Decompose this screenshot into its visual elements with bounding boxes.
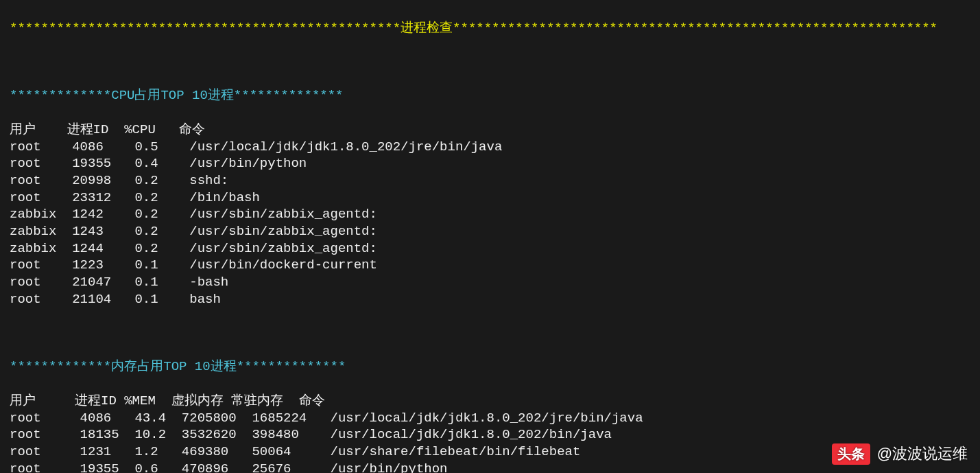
blank-line [10,54,970,71]
watermark: 头条 @波波说运维 [832,443,968,465]
table-row: root 23312 0.2 /bin/bash [10,189,970,207]
table-row: root 20998 0.2 sshd: [10,172,970,189]
table-row: root 21104 0.1 bash [10,291,970,308]
table-row: root 1223 0.1 /usr/bin/dockerd-current [10,257,970,274]
banner-line: ****************************************… [10,20,970,37]
table-row: root 18135 10.2 3532620 398480 /usr/loca… [10,426,970,443]
watermark-author: @波波说运维 [877,444,968,464]
terminal-output: ****************************************… [0,0,980,473]
table-row: zabbix 1242 0.2 /usr/sbin/zabbix_agentd: [10,206,970,223]
table-row: root 4086 0.5 /usr/local/jdk/jdk1.8.0_20… [10,139,970,156]
cpu-section-header: *************CPU占用TOP 10进程************** [10,87,970,104]
table-header-row: 用户 进程ID %CPU 命令 [10,122,970,139]
cpu-table: 用户 进程ID %CPU 命令root 4086 0.5 /usr/local/… [10,122,970,308]
table-row: root 21047 0.1 -bash [10,274,970,291]
table-row: root 19355 0.4 /usr/bin/python [10,155,970,172]
table-row: zabbix 1243 0.2 /usr/sbin/zabbix_agentd: [10,223,970,240]
table-row: root 1231 1.2 469380 50064 /usr/share/fi… [10,443,970,461]
blank-line [10,325,970,342]
table-header-row: 用户 进程ID %MEM 虚拟内存 常驻内存 命令 [10,393,970,410]
watermark-logo: 头条 [832,443,870,465]
table-row: root 4086 43.4 7205800 1685224 /usr/loca… [10,410,970,427]
mem-table: 用户 进程ID %MEM 虚拟内存 常驻内存 命令root 4086 43.4 … [10,393,970,473]
table-row: zabbix 1244 0.2 /usr/sbin/zabbix_agentd: [10,240,970,257]
mem-section-header: *************内存占用TOP 10进程************** [10,358,970,376]
table-row: root 19355 0.6 470896 25676 /usr/bin/pyt… [10,461,970,473]
